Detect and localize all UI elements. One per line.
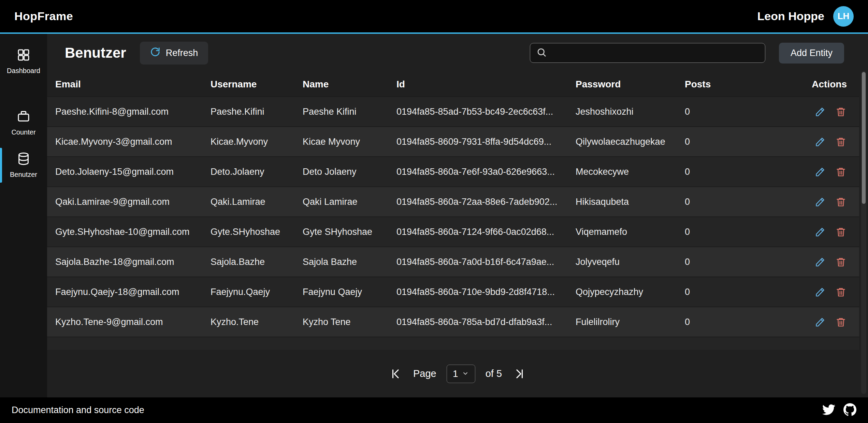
cell-username: Sajola.Bazhe <box>211 257 303 267</box>
delete-button[interactable] <box>835 106 847 118</box>
cell-posts: 0 <box>685 287 797 297</box>
table-row: Faejynu.Qaejy-18@gmail.com Faejynu.Qaejy… <box>47 277 859 307</box>
cell-password: Hikisaqubeta <box>576 197 685 207</box>
table-row: Deto.Jolaeny-15@gmail.com Deto.Jolaeny D… <box>47 157 859 187</box>
sidebar-item-dashboard[interactable]: Dashboard <box>0 43 47 80</box>
edit-button[interactable] <box>814 286 826 298</box>
table-body: Paeshe.Kifini-8@gmail.com Paeshe.Kifini … <box>47 97 859 350</box>
cell-password: Jeshoshixozhi <box>576 107 685 117</box>
table-header-row: Email Username Name Id Password Posts Ac… <box>47 72 859 97</box>
column-header-email: Email <box>55 79 211 90</box>
page-select[interactable]: 1 <box>447 365 475 383</box>
table-row: Sajola.Bazhe-18@gmail.com Sajola.Bazhe S… <box>47 247 859 277</box>
add-entity-button[interactable]: Add Entity <box>779 43 844 64</box>
cell-email: Kicae.Myvony-3@gmail.com <box>55 137 211 147</box>
sidebar-item-counter[interactable]: Counter <box>0 104 47 142</box>
cell-posts: 0 <box>685 317 797 327</box>
add-entity-label: Add Entity <box>791 48 833 58</box>
bird-icon[interactable] <box>822 403 835 418</box>
database-icon <box>17 152 30 167</box>
documentation-link[interactable]: Documentation and source code <box>12 405 144 415</box>
page-label: Page <box>413 368 436 379</box>
column-header-posts: Posts <box>685 79 797 90</box>
cell-posts: 0 <box>685 167 797 177</box>
delete-button[interactable] <box>835 166 847 178</box>
app-window: HopFrame Leon Hoppe LH Dashboard Counter <box>0 0 868 423</box>
pagination: Page 1 of 5 <box>47 350 868 397</box>
edit-button[interactable] <box>814 166 826 178</box>
user-area: Leon Hoppe LH <box>757 6 854 27</box>
edit-button[interactable] <box>814 256 826 268</box>
cell-actions <box>797 166 847 178</box>
table-row: Kicae.Myvony-3@gmail.com Kicae.Myvony Ki… <box>47 127 859 157</box>
delete-button[interactable] <box>835 286 847 298</box>
cell-username: Deto.Jolaeny <box>211 167 303 177</box>
edit-button[interactable] <box>814 136 826 148</box>
cell-id: 0194fa85-860a-710e-9bd9-2d8f4718... <box>396 287 576 297</box>
edit-button[interactable] <box>814 316 826 328</box>
cell-id: 0194fa85-860a-785a-bd7d-dfab9a3f... <box>396 317 576 327</box>
brand-logo: HopFrame <box>14 10 73 23</box>
cell-posts: 0 <box>685 107 797 117</box>
cell-id: 0194fa85-860a-72aa-88e6-7adeb902... <box>396 197 576 207</box>
table-row: Qaki.Lamirae-9@gmail.com Qaki.Lamirae Qa… <box>47 187 859 217</box>
sidebar-item-label: Counter <box>11 128 35 136</box>
cell-email: Deto.Jolaeny-15@gmail.com <box>55 167 211 177</box>
edit-button[interactable] <box>814 106 826 118</box>
first-page-button[interactable] <box>389 367 403 381</box>
delete-button[interactable] <box>835 136 847 148</box>
cell-password: Viqemamefo <box>576 227 685 237</box>
sidebar-item-label: Benutzer <box>10 171 37 179</box>
user-name: Leon Hoppe <box>757 10 824 23</box>
cell-email: Kyzho.Tene-9@gmail.com <box>55 317 211 327</box>
cell-name: Qaki Lamirae <box>303 197 396 207</box>
refresh-button[interactable]: Refresh <box>140 42 208 65</box>
cell-password: Jolyveqefu <box>576 257 685 267</box>
search-input[interactable] <box>551 48 759 58</box>
main-panel: Benutzer Refresh <box>47 34 868 397</box>
delete-button[interactable] <box>835 316 847 328</box>
sidebar-item-benutzer[interactable]: Benutzer <box>0 146 47 184</box>
cell-username: Kicae.Myvony <box>211 137 303 147</box>
page-select-value: 1 <box>453 368 458 379</box>
cell-actions <box>797 226 847 238</box>
entity-table: Email Username Name Id Password Posts Ac… <box>47 72 859 350</box>
cell-name: Gyte SHyhoshae <box>303 227 396 237</box>
avatar[interactable]: LH <box>833 6 854 27</box>
cell-actions <box>797 136 847 148</box>
cell-actions <box>797 256 847 268</box>
cell-username: Qaki.Lamirae <box>211 197 303 207</box>
toolbar: Benutzer Refresh <box>47 34 868 72</box>
delete-button[interactable] <box>835 226 847 238</box>
edit-button[interactable] <box>814 196 826 208</box>
cell-password: Qilywolaecazhugekae <box>576 137 685 147</box>
last-page-button[interactable] <box>512 367 526 381</box>
column-header-actions: Actions <box>797 79 847 90</box>
cell-actions <box>797 196 847 208</box>
page-title: Benutzer <box>65 45 126 61</box>
edit-button[interactable] <box>814 226 826 238</box>
footer-bar: Documentation and source code <box>0 397 868 423</box>
vertical-scrollbar[interactable] <box>861 71 866 394</box>
delete-button[interactable] <box>835 256 847 268</box>
cell-actions <box>797 286 847 298</box>
footer-icons <box>822 403 856 418</box>
cell-password: Qojypecyzhazhy <box>576 287 685 297</box>
column-header-name: Name <box>303 79 396 90</box>
cell-email: Paeshe.Kifini-8@gmail.com <box>55 107 211 117</box>
counter-icon <box>17 110 30 125</box>
github-icon[interactable] <box>843 403 856 418</box>
cell-id: 0194fa85-860a-7a0d-b16f-6c47a9ae... <box>396 257 576 267</box>
cell-username: Paeshe.Kifini <box>211 107 303 117</box>
table-row: Paeshe.Kifini-8@gmail.com Paeshe.Kifini … <box>47 97 859 127</box>
cell-id: 0194fa85-860a-7124-9f66-0ac02d68... <box>396 227 576 237</box>
cell-password: Fulelilroliry <box>576 317 685 327</box>
content-area: Dashboard Counter Benutzer Benutzer <box>0 34 868 397</box>
cell-posts: 0 <box>685 227 797 237</box>
column-header-password: Password <box>576 79 685 90</box>
scrollbar-thumb[interactable] <box>862 72 866 204</box>
cell-email: Faejynu.Qaejy-18@gmail.com <box>55 287 211 297</box>
delete-button[interactable] <box>835 196 847 208</box>
refresh-label: Refresh <box>166 48 198 58</box>
cell-name: Faejynu Qaejy <box>303 287 396 297</box>
